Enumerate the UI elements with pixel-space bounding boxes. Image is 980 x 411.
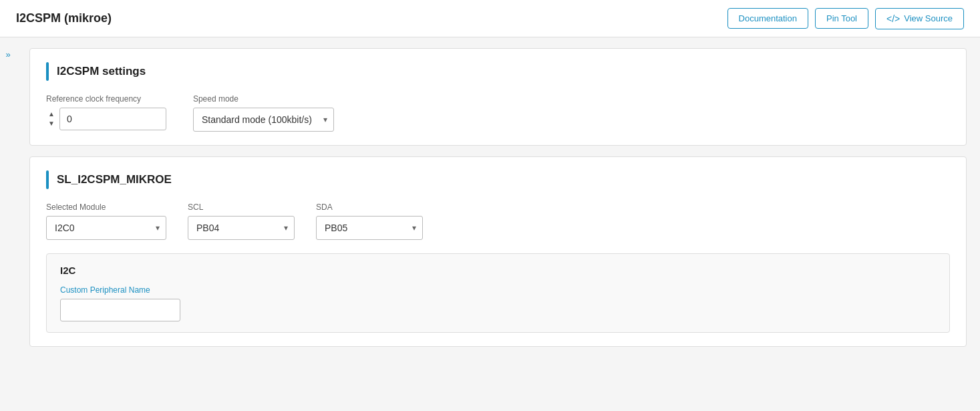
scl-label: SCL	[188, 202, 295, 212]
custom-peripheral-name-input[interactable]	[60, 299, 180, 321]
section1-accent	[46, 62, 49, 81]
custom-peripheral-name-group: Custom Peripheral Name	[60, 285, 936, 321]
app-title: I2CSPM (mikroe)	[16, 11, 112, 25]
sidebar-toggle[interactable]: »	[0, 37, 16, 368]
section2-title-bar: SL_I2CSPM_MIKROE	[46, 170, 950, 189]
selected-module-select-wrap: I2C0 I2C1 ▾	[46, 216, 166, 240]
sda-select-wrap: PB05 PB04 PA00 ▾	[316, 216, 423, 240]
section1-title-bar: I2CSPM settings	[46, 62, 950, 81]
sidebar-expand-icon: »	[5, 49, 10, 59]
ref-clock-label: Reference clock frequency	[46, 94, 166, 104]
sl-i2cspm-mikroe-card: SL_I2CSPM_MIKROE Selected Module I2C0 I2…	[29, 156, 967, 347]
section2-three-col-row: Selected Module I2C0 I2C1 ▾ SCL PB04	[46, 202, 950, 240]
section2-accent	[46, 170, 49, 189]
main-content: I2CSPM settings Reference clock frequenc…	[16, 37, 980, 368]
speed-mode-select[interactable]: Standard mode (100kbit/s) Fast mode (400…	[193, 108, 334, 132]
i2cspm-settings-card: I2CSPM settings Reference clock frequenc…	[29, 48, 967, 146]
view-source-label: View Source	[904, 13, 953, 23]
sda-select[interactable]: PB05 PB04 PA00	[316, 216, 423, 240]
ref-clock-input-wrap: ▲ ▼	[46, 108, 166, 130]
scl-select-wrap: PB04 PB05 PA00 ▾	[188, 216, 295, 240]
speed-mode-select-wrap: Standard mode (100kbit/s) Fast mode (400…	[193, 108, 334, 132]
scl-group: SCL PB04 PB05 PA00 ▾	[188, 202, 295, 240]
code-icon: </>	[886, 13, 900, 24]
documentation-label: Documentation	[739, 13, 797, 23]
section2-title: SL_I2CSPM_MIKROE	[57, 173, 172, 186]
main-layout: » I2CSPM settings Reference clock freque…	[0, 37, 980, 368]
sda-label: SDA	[316, 202, 423, 212]
i2c-sub-card: I2C Custom Peripheral Name	[46, 253, 950, 333]
documentation-button[interactable]: Documentation	[727, 8, 808, 29]
header-actions: Documentation Pin Tool </> View Source	[727, 8, 964, 29]
sda-group: SDA PB05 PB04 PA00 ▾	[316, 202, 423, 240]
section1-form-row: Reference clock frequency ▲ ▼ Speed mode	[46, 94, 950, 132]
app-header: I2CSPM (mikroe) Documentation Pin Tool <…	[0, 0, 980, 37]
section1-title: I2CSPM settings	[57, 65, 146, 78]
scl-select[interactable]: PB04 PB05 PA00	[188, 216, 295, 240]
speed-mode-group: Speed mode Standard mode (100kbit/s) Fas…	[193, 94, 334, 132]
spinner-buttons: ▲ ▼	[46, 110, 57, 128]
spinner-down-button[interactable]: ▼	[46, 119, 57, 128]
selected-module-select[interactable]: I2C0 I2C1	[46, 216, 166, 240]
spinner-up-button[interactable]: ▲	[46, 110, 57, 119]
selected-module-label: Selected Module	[46, 202, 166, 212]
i2c-sub-card-title: I2C	[60, 265, 936, 276]
pin-tool-button[interactable]: Pin Tool	[815, 8, 868, 29]
ref-clock-input[interactable]	[59, 108, 166, 130]
ref-clock-group: Reference clock frequency ▲ ▼	[46, 94, 166, 130]
speed-mode-label: Speed mode	[193, 94, 334, 104]
custom-peripheral-name-label: Custom Peripheral Name	[60, 285, 936, 295]
pin-tool-label: Pin Tool	[826, 13, 857, 23]
view-source-button[interactable]: </> View Source	[875, 8, 964, 29]
selected-module-group: Selected Module I2C0 I2C1 ▾	[46, 202, 166, 240]
